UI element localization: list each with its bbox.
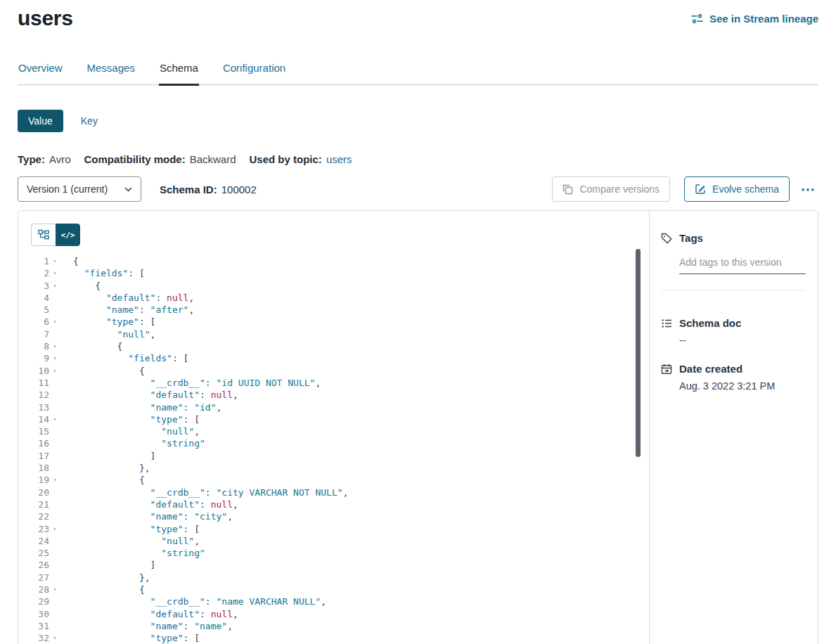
fold-spacer [49, 572, 60, 584]
code-line: 12 "default": null, [18, 389, 649, 401]
code-line: 29 "__crdb__": "name VARCHAR NULL", [18, 595, 649, 607]
code-text: }, [60, 462, 150, 474]
fold-spacer [49, 425, 60, 437]
fold-spacer [49, 304, 60, 316]
compare-versions-button[interactable]: Compare versions [552, 176, 670, 202]
fold-caret-icon[interactable]: ▾ [49, 255, 60, 267]
code-line: 10▾ { [18, 365, 649, 377]
compatibility-value: Backward [190, 153, 236, 165]
code-text: "string" [60, 547, 205, 559]
tab-overview[interactable]: Overview [18, 58, 63, 84]
code-line: 7 "null", [18, 328, 649, 340]
value-key-toggle: Value Key [18, 110, 818, 132]
fold-caret-icon[interactable]: ▾ [49, 474, 60, 486]
tab-schema[interactable]: Schema [159, 58, 199, 86]
fold-caret-icon[interactable]: ▾ [49, 523, 60, 535]
fold-caret-icon[interactable]: ▾ [49, 340, 60, 352]
date-created-section: Date created Aug. 3 2022 3:21 PM [661, 363, 805, 392]
evolve-schema-button[interactable]: Evolve schema [684, 176, 790, 202]
topic-group: Used by topic: users [250, 153, 352, 165]
code-text: "default": null, [60, 389, 238, 401]
code-text: "__crdb__": "city VARCHAR NOT NULL", [60, 487, 348, 498]
code-text: "fields": [ [60, 267, 145, 279]
date-created-header: Date created [661, 363, 805, 375]
fold-caret-icon[interactable]: ▾ [49, 632, 60, 644]
code-text: "__crdb__": "name VARCHAR NULL", [60, 595, 326, 607]
line-number: 27 [18, 572, 49, 584]
date-created-title: Date created [679, 363, 742, 375]
line-number: 10 [18, 365, 49, 377]
tab-configuration[interactable]: Configuration [222, 58, 286, 84]
list-icon [661, 318, 672, 329]
line-number: 12 [18, 389, 49, 401]
code-line: 30 "default": null, [18, 608, 649, 620]
code-line: 17 ] [18, 450, 649, 462]
tab-messages[interactable]: Messages [86, 58, 136, 84]
fold-caret-icon[interactable]: ▾ [49, 365, 60, 377]
tree-view-icon [38, 229, 49, 240]
fold-caret-icon[interactable]: ▾ [49, 280, 60, 292]
fold-spacer [49, 328, 60, 340]
line-number: 13 [18, 401, 49, 413]
code-line: 20 "__crdb__": "city VARCHAR NOT NULL", [18, 487, 649, 498]
fold-spacer [49, 535, 60, 547]
tag-icon [661, 233, 672, 244]
type-group: Type: Avro [18, 153, 70, 165]
fold-spacer [49, 401, 60, 413]
chevron-down-icon [124, 187, 132, 192]
version-select[interactable]: Version 1 (current) [18, 176, 141, 202]
code-text: { [60, 255, 79, 267]
version-actions: Compare versions Evolve schema ⋯ [552, 176, 818, 202]
topic-link[interactable]: users [326, 153, 352, 165]
fold-caret-icon[interactable]: ▾ [49, 352, 60, 364]
fold-spacer [49, 377, 60, 389]
code-text: "default": null, [60, 498, 238, 510]
code-text: ] [60, 450, 155, 462]
tags-input[interactable] [679, 254, 806, 274]
fold-caret-icon[interactable]: ▾ [49, 316, 60, 328]
fold-caret-icon[interactable]: ▾ [49, 267, 60, 279]
schema-panel: </> 1▾{2▾ "fields": [3▾ {4 "default": nu… [18, 210, 818, 644]
code-text: { [60, 584, 145, 595]
code-line: 25 "string" [18, 547, 649, 559]
code-line: 1▾{ [18, 255, 649, 267]
code-line: 2▾ "fields": [ [18, 267, 649, 279]
stream-lineage-icon [691, 13, 703, 24]
editor-scrollbar[interactable] [636, 249, 641, 457]
fold-spacer [49, 450, 60, 462]
code-text: { [60, 280, 101, 292]
line-number: 14 [18, 413, 49, 425]
code-line: 18 }, [18, 462, 649, 474]
fold-spacer [49, 292, 60, 304]
schema-id-label: Schema ID: [160, 183, 217, 195]
line-number: 16 [18, 437, 49, 449]
code-text: "null", [60, 328, 155, 340]
line-number: 29 [18, 595, 49, 607]
value-toggle-button[interactable]: Value [18, 110, 63, 132]
code-view-button[interactable]: </> [56, 224, 80, 246]
tree-view-button[interactable] [31, 224, 56, 246]
schema-doc-header: Schema doc [661, 317, 805, 329]
schema-editor: </> 1▾{2▾ "fields": [3▾ {4 "default": nu… [18, 211, 649, 644]
key-toggle-button[interactable]: Key [70, 110, 108, 132]
fold-caret-icon[interactable]: ▾ [49, 584, 60, 595]
code-line: 32▾ "type": [ [18, 632, 649, 644]
more-options-button[interactable]: ⋯ [798, 179, 818, 199]
tabs: OverviewMessagesSchemaConfiguration [18, 58, 818, 84]
fold-spacer [49, 437, 60, 449]
code-line: 5 "name": "after", [18, 304, 649, 316]
fold-caret-icon[interactable]: ▾ [49, 413, 60, 425]
tags-title: Tags [679, 232, 703, 244]
fold-spacer [49, 595, 60, 607]
line-number: 6 [18, 316, 49, 328]
line-number: 1 [18, 255, 49, 267]
fold-spacer [49, 608, 60, 620]
topic-label: Used by topic: [250, 153, 322, 165]
code-line: 15 "null", [18, 425, 649, 437]
compare-versions-label: Compare versions [579, 183, 660, 195]
tags-header: Tags [661, 232, 805, 244]
stream-lineage-link[interactable]: See in Stream lineage [691, 13, 818, 25]
schema-page: users See in Stream lineage OverviewMess… [0, 0, 836, 644]
code-text: "null", [60, 535, 200, 547]
compare-versions-icon [562, 184, 573, 195]
